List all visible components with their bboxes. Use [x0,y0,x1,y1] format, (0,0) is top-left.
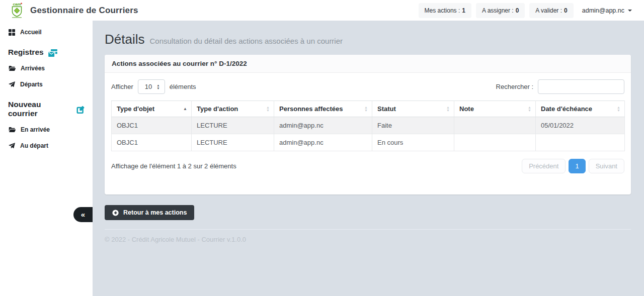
sidebar-item-label: Départs [20,81,43,88]
logo-text: cam [13,3,21,7]
cell-date-echeance: 05/01/2022 [536,117,625,134]
body-row: Accueil Registres Arrivées [0,21,644,296]
sidebar-heading-registres: Registres [0,40,93,60]
column-header-statut[interactable]: Statut [372,101,454,117]
column-header-type-objet[interactable]: Type d'objet [112,101,192,117]
column-header-personnes-affectees[interactable]: Personnes affectées [274,101,372,117]
sort-icon [446,106,450,112]
sort-icon [266,106,270,112]
cell-type-objet: OBJC1 [112,134,192,151]
sidebar: Accueil Registres Arrivées [0,21,93,296]
sort-icon [528,106,531,112]
sort-icon [617,106,620,112]
app-window: cam Gestionnaire de Courriers Mes action… [0,0,644,296]
mes-actions-count: 1 [462,7,465,14]
a-assigner-count: 0 [516,7,519,14]
card-title: Actions associées au courrier n° D-1/202… [105,55,631,73]
pagination-previous-button[interactable]: Précédent [522,159,566,173]
table-controls: Afficher 10 éléments Rechercher : [111,79,624,94]
cell-note [454,134,536,151]
sidebar-item-label: Accueil [20,29,42,36]
folder-open-icon [9,65,16,71]
page-head: Détails Consultation du détail des actio… [105,32,631,47]
sidebar-item-arrivees[interactable]: Arrivées [0,60,93,76]
column-header-note[interactable]: Note [454,101,536,117]
main-content: Détails Consultation du détail des actio… [93,21,644,296]
sidebar-collapse-button[interactable] [73,207,93,222]
app-title: Gestionnaire de Courriers [30,6,138,16]
folder-open-icon [9,127,16,133]
cell-type-action: LECTURE [192,134,274,151]
grid-icon [9,29,15,36]
a-valider-count: 0 [564,7,568,14]
footer-copyright: © 2022 - Crédit Agricole Mutuel - Courri… [105,236,631,243]
table-row: OBJC1 LECTURE admin@app.nc Faite 05/01/2… [112,117,625,134]
table-header-row: Type d'objet Type d'action Personnes aff… [112,101,625,117]
actions-table: Type d'objet Type d'action Personnes aff… [111,101,625,151]
search-input[interactable] [538,79,624,94]
page-length-control: Afficher 10 éléments [111,79,196,94]
pagination-page-1-button[interactable]: 1 [569,159,585,173]
back-to-actions-button[interactable]: Retour à mes actions [105,205,194,220]
edit-icon [76,106,85,114]
top-navbar: cam Gestionnaire de Courriers Mes action… [0,0,644,21]
a-assigner-button[interactable]: A assigner :0 [476,3,525,18]
paper-plane-icon [9,143,15,149]
column-header-type-action[interactable]: Type d'action [192,101,274,117]
cell-personnes-affectees: admin@app.nc [274,134,372,151]
cam-logo-icon: cam [10,2,24,19]
page-length-select[interactable]: 10 [138,79,165,94]
cell-statut: Faite [372,117,454,134]
page-subtitle: Consultation du détail des actions assoc… [149,37,343,45]
user-account-dropdown[interactable]: admin@app.nc [578,7,637,14]
sort-icon [364,106,368,112]
page-length-value: 10 [145,83,152,90]
stepper-arrows-icon [156,84,159,89]
a-valider-button[interactable]: A valider :0 [529,3,573,18]
page-title: Détails [105,32,144,47]
sort-asc-icon [183,107,187,111]
cell-statut: En cours [372,134,454,151]
navbar-right: Mes actions :1 A assigner :0 A valider :… [419,3,637,18]
brand[interactable]: cam Gestionnaire de Courriers [10,2,138,19]
sidebar-heading-nouveau-courrier: Nouveau courrier [0,92,93,122]
footer-divider [105,229,631,230]
pagination-next-button[interactable]: Suivant [589,159,624,173]
table-row: OBJC1 LECTURE admin@app.nc En cours [112,134,625,151]
cell-personnes-affectees: admin@app.nc [274,117,372,134]
pagination: Précédent 1 Suivant [522,159,624,173]
search-label: Rechercher : [496,83,533,90]
mail-stack-icon [48,49,57,57]
back-button-label: Retour à mes actions [123,209,187,216]
sidebar-item-label: Au départ [20,142,48,149]
card-body: Afficher 10 éléments Rechercher : [105,73,631,194]
chevrons-left-icon [81,211,85,219]
sidebar-item-label: Arrivées [21,65,45,72]
cell-date-echeance [536,134,625,151]
length-prefix-label: Afficher [111,83,133,90]
caret-down-icon [628,10,632,12]
cell-type-objet: OBJC1 [112,117,192,134]
length-suffix-label: éléments [170,83,196,90]
arrow-circle-left-icon [112,210,119,216]
mes-actions-button[interactable]: Mes actions :1 [419,3,471,18]
search-control: Rechercher : [496,79,624,94]
table-info-text: Affichage de l'élément 1 à 2 sur 2 éléme… [111,162,236,170]
cell-type-action: LECTURE [192,117,274,134]
sidebar-heading-label: Registres [8,48,44,57]
cell-note [454,117,536,134]
sidebar-item-departs[interactable]: Départs [0,76,93,92]
user-email: admin@app.nc [582,7,624,14]
paper-plane-icon [9,81,15,88]
sidebar-item-au-depart[interactable]: Au départ [0,138,93,154]
sidebar-item-en-arrivee[interactable]: En arrivée [0,122,93,138]
column-header-date-echeance[interactable]: Date d'échéance [536,101,625,117]
sidebar-item-label: En arrivée [21,126,50,133]
sidebar-heading-label: Nouveau courrier [8,100,72,118]
table-footer: Affichage de l'élément 1 à 2 sur 2 éléme… [111,159,624,173]
actions-card: Actions associées au courrier n° D-1/202… [105,55,631,194]
sidebar-item-accueil[interactable]: Accueil [0,24,93,40]
